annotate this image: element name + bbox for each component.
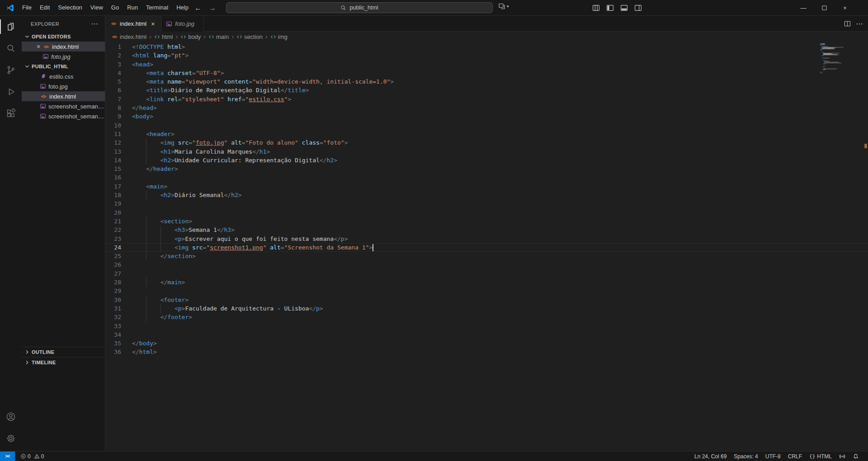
menu-selection[interactable]: Selection: [54, 0, 86, 15]
forward-arrow-icon[interactable]: →: [209, 4, 216, 12]
code-line[interactable]: 30 <footer>: [105, 296, 868, 304]
code-line[interactable]: 15 </header>: [105, 165, 868, 173]
code-line[interactable]: 34: [105, 330, 868, 339]
command-center-search[interactable]: public_html: [226, 2, 493, 13]
line-number: 15: [105, 165, 121, 173]
menu-edit[interactable]: Edit: [36, 0, 54, 15]
code-line[interactable]: 22 <h3>Semana 1</h3>: [105, 226, 868, 234]
status-cursor-position[interactable]: Ln 24, Col 69: [691, 452, 730, 461]
toggle-panel-icon[interactable]: [620, 4, 628, 12]
code-line[interactable]: 20: [105, 208, 868, 217]
run-debug-icon[interactable]: [0, 81, 22, 103]
more-actions-icon[interactable]: ···: [91, 20, 99, 27]
code-line[interactable]: 31 <p>Faculdade de Arquitectura - ULisbo…: [105, 304, 868, 313]
file-item[interactable]: screenshot_semana2_...: [22, 111, 105, 121]
code-line[interactable]: 35</body>: [105, 339, 868, 348]
explorer-icon[interactable]: [0, 16, 22, 38]
file-item[interactable]: foto.jpg: [22, 81, 105, 91]
code-line[interactable]: 14 <h2>Unidade Curricular: Representação…: [105, 156, 868, 165]
breadcrumb-item-img[interactable]: img: [270, 33, 288, 40]
open-editor-item[interactable]: ×<>index.html: [22, 42, 105, 52]
code-line[interactable]: 23 <p>Escrever aqui o que foi feito nest…: [105, 235, 868, 243]
tab-index.html[interactable]: <>index.html×: [105, 16, 161, 32]
code-line[interactable]: 27: [105, 269, 868, 278]
code-line[interactable]: 24 <img src="screenshot1.png" alt="Scree…: [105, 243, 868, 252]
open-editors-header[interactable]: OPEN EDITORS: [22, 32, 105, 42]
close-button[interactable]: ×: [835, 0, 855, 16]
code-line[interactable]: 11 <header>: [105, 130, 868, 138]
code-line[interactable]: 32 </footer>: [105, 313, 868, 321]
file-item[interactable]: screenshot_semana2_...: [22, 101, 105, 111]
folder-header[interactable]: PUBLIC_HTML: [22, 61, 105, 71]
code-line[interactable]: 12 <img src="foto.jpg" alt="Foto do alun…: [105, 138, 868, 147]
status-eol[interactable]: CRLF: [784, 452, 806, 461]
code-line[interactable]: 8</head>: [105, 103, 868, 112]
toggle-secondary-sidebar-icon[interactable]: [634, 4, 642, 12]
maximize-button[interactable]: [814, 0, 835, 16]
source-control-icon[interactable]: [0, 59, 22, 81]
file-item[interactable]: #estilo.css: [22, 71, 105, 81]
back-arrow-icon[interactable]: ←: [194, 4, 202, 12]
menu-run[interactable]: Run: [123, 0, 142, 15]
split-editor-icon[interactable]: [844, 20, 851, 27]
code-line[interactable]: 28 </main>: [105, 278, 868, 287]
status-notifications[interactable]: [849, 452, 863, 461]
code-line[interactable]: 13 <h1>Maria Carolina Marques</h1>: [105, 147, 868, 156]
code-line[interactable]: 36</html>: [105, 348, 868, 356]
minimap[interactable]: [820, 43, 862, 73]
search-icon[interactable]: [0, 38, 22, 59]
menu-help[interactable]: Help: [172, 0, 193, 15]
remote-indicator[interactable]: ><: [0, 452, 15, 461]
section-timeline[interactable]: TIMELINE: [22, 357, 105, 367]
code-line[interactable]: 10: [105, 121, 868, 130]
menu-terminal[interactable]: Terminal: [142, 0, 172, 15]
command-center-extra[interactable]: ▾: [498, 3, 509, 10]
breadcrumb-item-body[interactable]: body: [180, 33, 201, 40]
section-outline[interactable]: OUTLINE: [22, 347, 105, 357]
overview-ruler-marker: [864, 144, 867, 148]
status-encoding[interactable]: UTF-8: [762, 452, 784, 461]
code-line[interactable]: 3<head>: [105, 60, 868, 69]
menu-go[interactable]: Go: [107, 0, 123, 15]
code-line[interactable]: 2<html lang="pt">: [105, 51, 868, 60]
code-line[interactable]: 1<!DOCTYPE html>: [105, 42, 868, 51]
customize-layout-icon[interactable]: [592, 4, 600, 12]
code-line[interactable]: 17 <main>: [105, 182, 868, 191]
code-line[interactable]: 4 <meta charset="UTF-8">: [105, 69, 868, 77]
problems-status[interactable]: 0 0: [19, 452, 46, 461]
settings-icon[interactable]: [0, 428, 22, 449]
close-editor-icon[interactable]: ×: [34, 43, 42, 50]
code-line[interactable]: 7 <link rel="stylesheet" href="estilo.cs…: [105, 95, 868, 103]
breadcrumb-item-html[interactable]: html: [154, 33, 173, 40]
close-tab-icon[interactable]: ×: [149, 20, 156, 28]
extensions-icon[interactable]: [0, 103, 22, 124]
account-icon[interactable]: [0, 406, 22, 428]
breadcrumb-item-main[interactable]: main: [208, 33, 229, 40]
breadcrumb-item-index.html[interactable]: <>index.html: [111, 33, 146, 40]
code-line[interactable]: 18 <h2>Diário Semanal</h2>: [105, 191, 868, 199]
tab-foto.jpg[interactable]: foto.jpg: [161, 16, 204, 32]
file-item[interactable]: <>index.html: [22, 91, 105, 101]
code-line[interactable]: 21 <section>: [105, 217, 868, 226]
status-language-mode[interactable]: {}HTML: [806, 452, 835, 461]
status-indentation[interactable]: Spaces: 4: [730, 452, 761, 461]
code-line[interactable]: 25 </section>: [105, 252, 868, 260]
breadcrumb-item-section[interactable]: section: [236, 33, 263, 40]
menu-file[interactable]: File: [18, 0, 36, 15]
menu-view[interactable]: View: [86, 0, 107, 15]
open-editor-item[interactable]: foto.jpg: [22, 52, 105, 61]
code-line[interactable]: 6 <title>Diário de Representação Digital…: [105, 86, 868, 94]
code-line[interactable]: 33: [105, 322, 868, 330]
code-line[interactable]: 19: [105, 199, 868, 208]
code-line[interactable]: 26: [105, 260, 868, 269]
code-line[interactable]: 16: [105, 173, 868, 182]
code-line[interactable]: 9<body>: [105, 112, 868, 121]
toggle-primary-sidebar-icon[interactable]: [606, 4, 614, 12]
image-file-icon: [40, 103, 46, 109]
code-line[interactable]: 5 <meta name="viewport" content="width=d…: [105, 77, 868, 86]
status-broadcast[interactable]: [835, 452, 849, 461]
broadcast-icon: [839, 453, 845, 460]
more-actions-icon[interactable]: ···: [856, 20, 863, 27]
code-line[interactable]: 29: [105, 287, 868, 295]
minimize-button[interactable]: —: [793, 0, 814, 16]
